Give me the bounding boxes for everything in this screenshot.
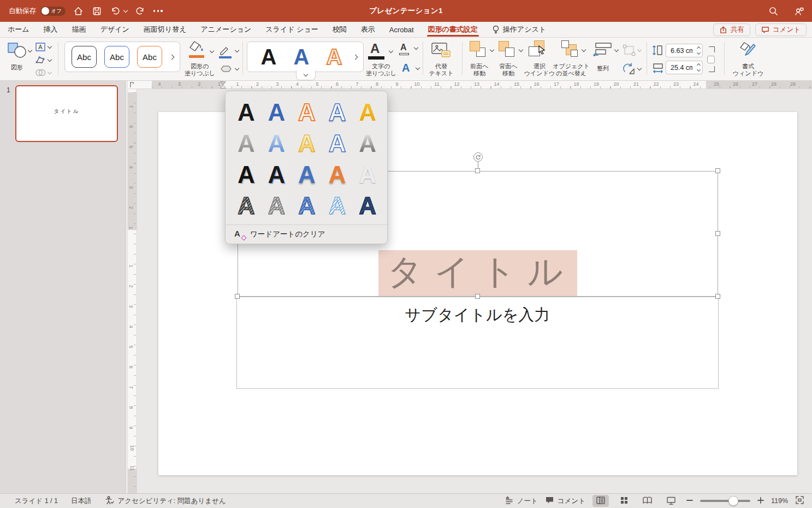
comments-button[interactable]: コメント	[755, 23, 807, 36]
shape-style-blue[interactable]: Abc	[104, 46, 129, 68]
rotate-objects-icon[interactable]	[623, 63, 636, 77]
notes-button[interactable]: ノート	[505, 495, 538, 506]
ruler-origin-marker-icon[interactable]	[220, 81, 226, 88]
tab-acrobat[interactable]: Acrobat	[389, 22, 414, 37]
text-effects-chevron-icon[interactable]	[416, 66, 420, 70]
language-label[interactable]: 日本語	[71, 497, 92, 506]
insert-shapes-icon[interactable]	[7, 41, 27, 62]
wordart-menu-style-fill-gray-gradient[interactable]: A	[231, 128, 262, 159]
tab-review[interactable]: 校閲	[333, 22, 347, 37]
home-icon[interactable]	[72, 5, 84, 17]
wordart-style-orange-outline[interactable]: A	[321, 46, 348, 68]
zoom-out-button[interactable]	[686, 497, 693, 505]
selection-handle-bottom-right[interactable]	[715, 294, 720, 299]
wordart-menu-style-fill-white-outline-blue[interactable]: A	[322, 128, 353, 159]
slideshow-view-button[interactable]	[663, 495, 679, 507]
wordart-menu-style-pattern-dark-gray[interactable]: A	[231, 190, 262, 221]
text-outline-icon[interactable]: A	[400, 43, 407, 52]
selection-pane-icon[interactable]	[529, 40, 550, 59]
zoom-percentage[interactable]: 119%	[771, 497, 788, 505]
shape-height-stepper[interactable]	[695, 44, 702, 57]
wordart-menu-style-fill-orange-outline-white-shadow[interactable]: A	[322, 159, 353, 190]
share-button[interactable]: 共有	[713, 23, 750, 36]
wordart-menu-style-outline-orange[interactable]: A	[292, 97, 322, 128]
selection-handle-top-right[interactable]	[715, 168, 720, 173]
merge-shapes-chevron-icon[interactable]	[48, 70, 52, 74]
wordart-gallery-open-chevron[interactable]	[296, 70, 316, 80]
shape-effects-icon[interactable]	[220, 64, 233, 76]
wordart-styles-more-icon[interactable]	[353, 55, 358, 60]
text-effects-icon[interactable]: A	[402, 62, 410, 74]
wordart-menu-style-fill-yellow-white-gradient[interactable]: A	[292, 128, 322, 159]
wordart-menu-style-fill-blue-outline-white-shadow[interactable]: A	[292, 159, 322, 190]
wordart-menu-style-fill-white-outline-blue-shadow[interactable]: A	[322, 97, 353, 128]
align-icon[interactable]	[593, 42, 613, 58]
tab-home[interactable]: ホーム	[8, 22, 29, 37]
wordart-menu-style-fill-blue[interactable]: A	[262, 97, 292, 128]
alt-text-icon[interactable]	[431, 42, 452, 61]
zoom-in-button[interactable]	[757, 497, 764, 505]
text-box-chevron-icon[interactable]	[48, 44, 52, 49]
selection-handle-bottom-middle[interactable]	[475, 294, 480, 299]
format-pane-icon[interactable]	[738, 41, 758, 61]
indent-marker-icon[interactable]	[129, 81, 135, 88]
undo-button[interactable]	[109, 5, 121, 17]
send-backward-icon[interactable]	[499, 41, 516, 58]
shape-fill-chevron-icon[interactable]	[210, 49, 214, 53]
bring-forward-icon[interactable]	[470, 41, 487, 58]
shape-fill-icon[interactable]	[188, 40, 205, 57]
align-chevron-icon[interactable]	[614, 48, 619, 52]
reading-view-button[interactable]	[639, 495, 656, 507]
wordart-menu-style-fill-blue-gradient-reflection[interactable]: A	[262, 128, 292, 159]
clear-wordart-item[interactable]: A ワードアートのクリア	[226, 225, 387, 244]
wordart-menu-style-fill-light-gray-shadow[interactable]: A	[352, 159, 383, 190]
wordart-menu-style-fill-black-outline-blue[interactable]: A	[262, 159, 292, 190]
merge-shapes-icon[interactable]	[35, 68, 46, 80]
tab-shape-format[interactable]: 図形の書式設定	[428, 22, 478, 37]
selection-handle-middle-right[interactable]	[715, 231, 720, 236]
tab-tell-me[interactable]: 操作アシスト	[492, 22, 546, 37]
status-comments-button[interactable]: コメント	[545, 495, 585, 506]
wordart-menu-style-fill-gold[interactable]: A	[352, 97, 383, 128]
reorder-objects-icon[interactable]	[561, 40, 580, 59]
tab-transitions[interactable]: 画面切り替え	[144, 22, 187, 37]
lock-aspect-ratio-checkbox[interactable]	[707, 56, 715, 63]
selection-handle-top-middle[interactable]	[475, 168, 480, 173]
slide-thumbnail[interactable]: タイトル	[15, 85, 118, 142]
tab-view[interactable]: 表示	[361, 22, 375, 37]
wordart-menu-style-pattern-gray[interactable]: A	[262, 190, 292, 221]
rotate-objects-chevron-icon[interactable]	[637, 66, 642, 70]
zoom-slider[interactable]	[700, 500, 750, 502]
save-icon[interactable]	[91, 5, 103, 17]
text-fill-icon[interactable]: A	[370, 41, 380, 56]
edit-points-chevron-icon[interactable]	[48, 57, 52, 62]
group-objects-chevron-icon[interactable]	[637, 48, 642, 52]
shapes-dropdown-chevron-icon[interactable]	[28, 48, 32, 52]
wordart-menu-style-fill-dark-gray-gradient[interactable]: A	[352, 128, 383, 159]
redo-button[interactable]	[134, 5, 146, 17]
wordart-menu-style-fill-black-shadow[interactable]: A	[231, 159, 262, 190]
reorder-objects-chevron-icon[interactable]	[582, 48, 586, 52]
text-box-icon[interactable]: A	[35, 42, 46, 54]
zoom-slider-knob[interactable]	[728, 496, 738, 506]
rotation-handle[interactable]	[473, 152, 483, 162]
wordart-menu-style-pattern-navy[interactable]: A	[352, 190, 383, 221]
group-objects-icon[interactable]	[623, 44, 636, 58]
wordart-style-blue[interactable]: A	[288, 46, 315, 68]
share-people-icon[interactable]	[793, 5, 805, 17]
shape-styles-more-icon[interactable]	[169, 55, 175, 60]
text-outline-chevron-icon[interactable]	[414, 45, 418, 50]
slide-count-label[interactable]: スライド 1 / 1	[15, 497, 58, 506]
text-fill-chevron-icon[interactable]	[389, 49, 393, 53]
bring-forward-chevron-icon[interactable]	[490, 48, 494, 52]
more-commands-icon[interactable]	[153, 10, 163, 11]
normal-view-button[interactable]	[592, 495, 609, 507]
shape-style-orange[interactable]: Abc	[137, 46, 162, 68]
selection-handle-bottom-left[interactable]	[235, 294, 240, 299]
subtitle-placeholder[interactable]: サブタイトルを入力	[236, 297, 719, 389]
accessibility-status[interactable]: アクセシビリティ: 問題ありません	[104, 495, 226, 507]
send-backward-chevron-icon[interactable]	[519, 48, 523, 52]
tab-slideshow[interactable]: スライド ショー	[265, 22, 318, 37]
shape-width-stepper[interactable]	[695, 61, 702, 74]
shape-style-black[interactable]: Abc	[72, 46, 97, 68]
